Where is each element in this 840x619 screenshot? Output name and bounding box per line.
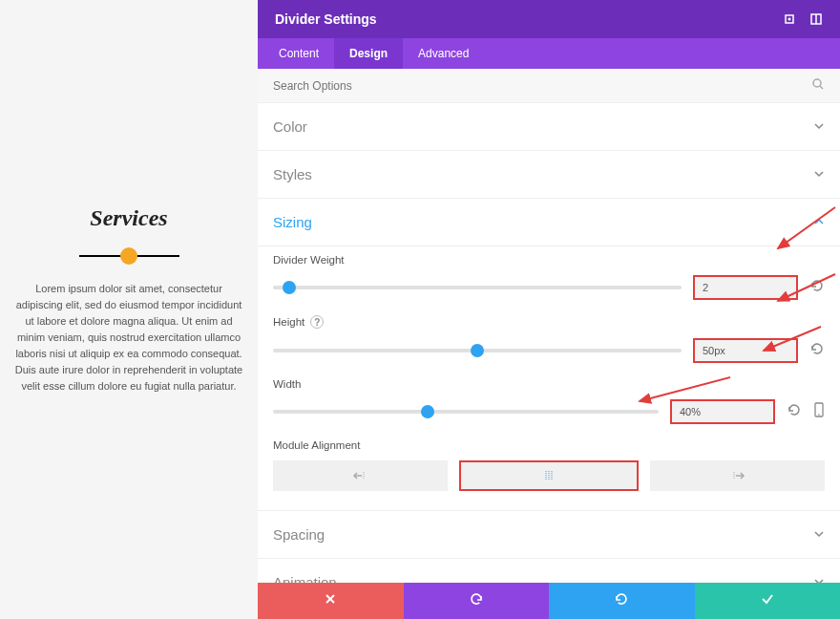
help-icon[interactable]: ?: [310, 315, 324, 329]
width-label: Width: [273, 378, 825, 390]
undo-icon: [469, 591, 484, 610]
footer: [258, 583, 840, 619]
reset-icon[interactable]: [787, 402, 802, 421]
svg-point-4: [813, 79, 821, 87]
preview-divider: [0, 255, 258, 257]
divider-weight-slider[interactable]: [273, 280, 682, 295]
divider-weight-label: Divider Weight: [273, 254, 825, 266]
field-divider-weight: Divider Weight: [273, 254, 825, 300]
section-sizing[interactable]: Sizing: [258, 199, 840, 246]
panel-title: Divider Settings: [275, 11, 783, 27]
divider-weight-input[interactable]: [693, 275, 798, 300]
tab-design[interactable]: Design: [334, 38, 403, 69]
preview-pane: Services Lorem ipsum dolor sit amet, con…: [0, 0, 258, 619]
height-input[interactable]: [693, 338, 798, 363]
chevron-up-icon: [813, 214, 825, 231]
title-bar: Divider Settings: [258, 0, 840, 38]
width-input[interactable]: [670, 399, 775, 424]
section-spacing[interactable]: Spacing: [258, 511, 840, 559]
chevron-down-icon: [813, 574, 825, 584]
width-slider[interactable]: [273, 404, 659, 419]
section-styles-label: Styles: [273, 166, 813, 182]
chevron-down-icon: [813, 166, 825, 183]
reset-icon[interactable]: [809, 278, 825, 297]
module-alignment-label: Module Alignment: [273, 439, 825, 451]
height-slider[interactable]: [273, 343, 682, 358]
section-animation-label: Animation: [273, 574, 813, 583]
field-module-alignment: Module Alignment: [273, 439, 825, 491]
expand-icon[interactable]: [783, 12, 796, 26]
undo-button[interactable]: [404, 583, 550, 619]
align-left-option[interactable]: [273, 460, 448, 491]
reset-icon[interactable]: [809, 341, 825, 360]
preview-title: Services: [90, 205, 167, 231]
search-icon[interactable]: [811, 77, 825, 95]
section-sizing-label: Sizing: [273, 214, 813, 230]
section-spacing-label: Spacing: [273, 526, 813, 543]
align-right-option[interactable]: [650, 460, 825, 491]
svg-line-5: [820, 86, 823, 89]
search-input[interactable]: [273, 79, 811, 93]
preview-body-text: Lorem ipsum dolor sit amet, consectetur …: [0, 281, 258, 395]
phone-icon[interactable]: [813, 402, 825, 421]
section-color[interactable]: Color: [258, 103, 840, 151]
field-height: Height ?: [273, 315, 825, 363]
chevron-down-icon: [813, 118, 825, 136]
settings-panel: Divider Settings Content Design Advanced…: [258, 0, 840, 619]
tab-advanced[interactable]: Advanced: [403, 38, 484, 69]
section-color-label: Color: [273, 118, 813, 135]
tab-bar: Content Design Advanced: [258, 38, 840, 69]
section-styles[interactable]: Styles: [258, 151, 840, 199]
redo-icon: [614, 591, 629, 610]
cancel-button[interactable]: [258, 583, 404, 619]
search-row: [258, 69, 840, 103]
svg-point-7: [818, 414, 820, 416]
sizing-content: Divider Weight Height ?: [258, 246, 840, 511]
redo-button[interactable]: [549, 583, 695, 619]
save-button[interactable]: [695, 583, 841, 619]
height-label: Height: [273, 316, 304, 328]
check-icon: [760, 591, 775, 610]
svg-point-1: [788, 18, 791, 21]
field-width: Width: [273, 378, 825, 424]
chevron-down-icon: [813, 526, 825, 544]
align-center-option[interactable]: [459, 460, 638, 491]
close-icon: [324, 592, 337, 609]
panel-toggle-icon[interactable]: [809, 12, 823, 26]
tab-content[interactable]: Content: [263, 38, 334, 69]
section-animation[interactable]: Animation: [258, 559, 840, 583]
